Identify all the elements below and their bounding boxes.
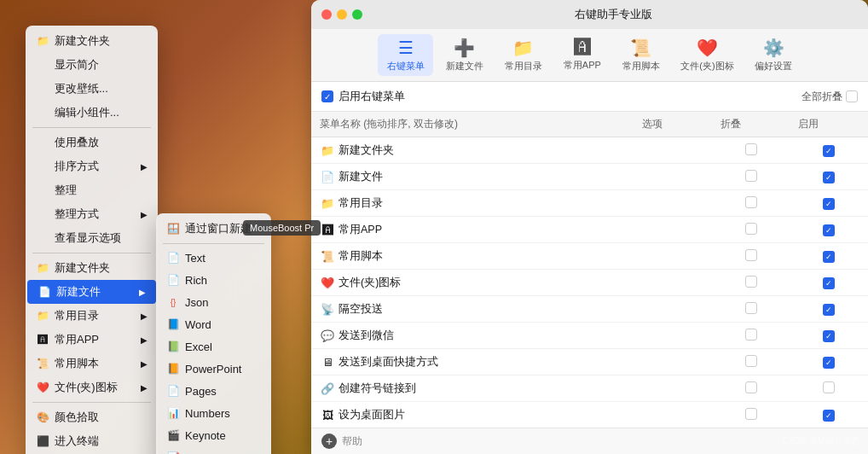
add-button[interactable]: +: [321, 434, 337, 449]
submenu-item-excel[interactable]: 📗 Excel: [156, 335, 271, 358]
row-collapsed-cell[interactable]: [712, 375, 790, 402]
menu-item-common-app[interactable]: 🅰 常用APP ▶: [26, 328, 158, 352]
enabled-checkbox[interactable]: ✓: [823, 304, 835, 316]
collapsed-checkbox[interactable]: [745, 196, 757, 208]
collapsed-checkbox[interactable]: [745, 329, 757, 340]
menu-item-common-script[interactable]: 📜 常用脚本 ▶: [26, 352, 158, 375]
toolbar-settings[interactable]: ⚙️ 偏好设置: [746, 34, 801, 76]
collapsed-checkbox[interactable]: [745, 355, 757, 367]
menu-item-color-pick[interactable]: 🎨 颜色拾取: [26, 405, 158, 429]
menu-item-clean-by[interactable]: 整理方式 ▶: [26, 202, 158, 226]
collapse-all-button[interactable]: 全部折叠: [801, 90, 858, 104]
row-name-text: 新建文件夹: [339, 143, 394, 158]
traffic-lights: [321, 9, 362, 20]
minimize-button[interactable]: [337, 9, 347, 20]
collapse-all-checkbox[interactable]: [846, 90, 858, 102]
collapsed-checkbox[interactable]: [745, 143, 757, 155]
row-collapsed-cell[interactable]: [712, 349, 790, 375]
row-name-text: 新建文件: [339, 170, 383, 184]
menu-item-edit-widget[interactable]: 编辑小组件...: [26, 101, 158, 125]
enabled-checkbox[interactable]: ✓: [823, 198, 835, 210]
row-enabled-cell[interactable]: ✓: [790, 402, 868, 428]
enabled-checkbox[interactable]: ✓: [823, 357, 835, 369]
row-enabled-cell[interactable]: ✓: [790, 349, 868, 375]
separator: [32, 127, 151, 128]
submenu-item-markdown[interactable]: 📝 Markdown: [156, 446, 271, 454]
menu-item-sort-by[interactable]: 排序方式 ▶: [26, 154, 158, 178]
menu-item-change-bg[interactable]: 更改壁纸...: [26, 77, 158, 101]
row-option-cell: [634, 217, 712, 243]
menu-item-view-options[interactable]: 查看显示选项: [26, 226, 158, 250]
row-collapsed-cell[interactable]: [712, 270, 790, 296]
close-button[interactable]: [321, 9, 332, 20]
menu-item-new-file[interactable]: 📄 新建文件 ▶: [27, 280, 156, 304]
collapsed-checkbox[interactable]: [745, 408, 757, 420]
row-enabled-cell[interactable]: ✓: [790, 243, 868, 270]
submenu-item-word[interactable]: 📘 Word: [156, 313, 271, 335]
row-collapsed-cell[interactable]: [712, 164, 790, 190]
table-container[interactable]: 菜单名称 (拖动排序, 双击修改) 选项 折叠 启用 📁 新建文件夹 ✓ 📄: [311, 112, 868, 428]
menu-item-common-dir[interactable]: 📁 常用目录 ▶: [26, 304, 158, 328]
menu-item-new-folder2[interactable]: 📁 新建文件夹: [26, 256, 158, 280]
enabled-checkbox[interactable]: ✓: [823, 251, 835, 263]
collapsed-checkbox[interactable]: [745, 249, 757, 261]
enabled-checkbox[interactable]: ✓: [823, 172, 835, 183]
collapsed-checkbox[interactable]: [745, 276, 757, 288]
row-enabled-cell[interactable]: ✓: [790, 137, 868, 164]
toolbar-new-file[interactable]: ➕ 新建文件: [437, 34, 492, 76]
submenu-item-pages[interactable]: 📄 Pages: [156, 380, 271, 402]
menu-item-show-intro[interactable]: 显示简介: [26, 53, 158, 77]
row-enabled-cell[interactable]: ✓: [790, 296, 868, 323]
row-collapsed-cell[interactable]: [712, 217, 790, 243]
row-enabled-cell[interactable]: ✓: [790, 190, 868, 217]
collapsed-checkbox[interactable]: [745, 381, 757, 393]
color-icon: 🎨: [36, 410, 49, 424]
heart-icon: ❤️: [36, 381, 49, 394]
script-icon: 📜: [36, 357, 49, 370]
enabled-checkbox[interactable]: ✓: [823, 330, 835, 342]
enabled-checkbox[interactable]: ✓: [823, 145, 835, 157]
row-enabled-cell[interactable]: ✓: [790, 164, 868, 190]
row-collapsed-cell[interactable]: [712, 323, 790, 349]
menu-item-use-stack[interactable]: 使用叠放: [26, 131, 158, 154]
toolbar-common-dir[interactable]: 📁 常用目录: [495, 34, 551, 76]
submenu-item-text[interactable]: 📄 Text: [156, 247, 271, 269]
fullscreen-button[interactable]: [352, 9, 362, 20]
menu-item-file-icon[interactable]: ❤️ 文件(夹)图标 ▶: [26, 375, 158, 399]
toolbar-file-icon[interactable]: ❤️ 文件(夹)图标: [672, 34, 742, 76]
row-enabled-cell[interactable]: ✓: [790, 323, 868, 349]
row-collapsed-cell[interactable]: [712, 243, 790, 270]
submenu-item-keynote[interactable]: 🎬 Keynote: [156, 424, 271, 446]
row-name-cell: 📡 隔空投送: [311, 296, 634, 323]
enable-checkbox-label[interactable]: ✓ 启用右键菜单: [321, 89, 405, 104]
row-collapsed-cell[interactable]: [712, 402, 790, 428]
row-enabled-cell[interactable]: ✓: [790, 217, 868, 243]
menu-item-terminal[interactable]: ⬛ 进入终端: [26, 429, 158, 453]
enabled-checkbox[interactable]: ✓: [823, 277, 835, 289]
enable-checkbox[interactable]: ✓: [321, 90, 333, 102]
collapsed-checkbox[interactable]: [745, 170, 757, 182]
row-enabled-cell[interactable]: ✓: [790, 270, 868, 296]
row-collapsed-cell[interactable]: [712, 190, 790, 217]
menu-item-clean[interactable]: 整理: [26, 178, 158, 202]
toolbar-common-script[interactable]: 📜 常用脚本: [613, 34, 668, 76]
enabled-checkbox[interactable]: [823, 381, 835, 393]
row-name-cell: 📄 新建文件: [311, 164, 634, 190]
collapsed-checkbox[interactable]: [745, 302, 757, 314]
row-enabled-cell[interactable]: [790, 375, 868, 402]
submenu-item-numbers[interactable]: 📊 Numbers: [156, 402, 271, 424]
submenu-item-json[interactable]: {} Json: [156, 291, 271, 313]
menu-item-new-folder[interactable]: 📁 新建文件夹: [26, 29, 158, 53]
enabled-checkbox[interactable]: ✓: [823, 224, 835, 236]
row-collapsed-cell[interactable]: [712, 296, 790, 323]
row-name-text: 创建符号链接到: [339, 381, 416, 396]
submenu-item-powerpoint[interactable]: 📙 PowerPoint: [156, 358, 271, 380]
submenu-item-rich[interactable]: 📄 Rich: [156, 269, 271, 291]
separator: [32, 253, 151, 253]
collapsed-checkbox[interactable]: [745, 223, 757, 235]
enabled-checkbox[interactable]: ✓: [823, 410, 835, 422]
row-name-cell: 💬 发送到微信: [311, 323, 634, 349]
toolbar-right-menu[interactable]: ☰ 右键菜单: [378, 34, 433, 76]
row-collapsed-cell[interactable]: [712, 137, 790, 164]
toolbar-common-app[interactable]: 🅰 常用APP: [554, 34, 610, 76]
